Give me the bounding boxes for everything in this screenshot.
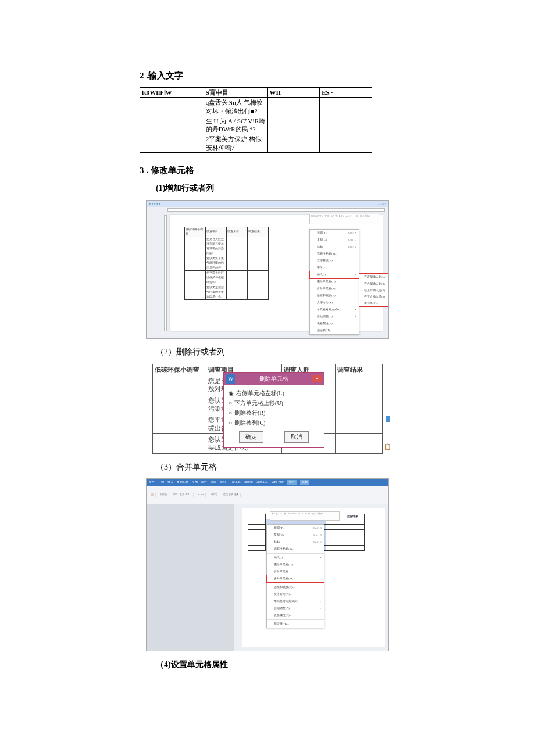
ribbon-tab[interactable]: WPS PDF — [272, 480, 284, 485]
menu-item[interactable]: 复制(C)Ctrl+C — [310, 237, 359, 243]
styles-group[interactable]: A 样式 — [208, 493, 219, 496]
editing-group[interactable]: 查找 替换 选择 — [222, 493, 241, 496]
dialog-titlebar: W 删除单元格 × — [224, 373, 324, 385]
menu-item[interactable]: 字体(F)... — [310, 264, 359, 271]
ribbon-tab[interactable]: 视图 — [220, 480, 226, 485]
cell: 调查结果 — [340, 514, 365, 519]
screenshot-delete-cells: 低碳环保小调查 调查项目 调查人群 调查结果 您是否关注过汽车尾气排放对环境的污… — [152, 364, 383, 454]
ribbon-tab[interactable]: 开始 — [158, 480, 164, 485]
menu-item[interactable]: 表格属性(R)... — [267, 612, 324, 619]
ribbon-tab[interactable]: 加载项 — [244, 480, 253, 485]
menu-item[interactable]: 选择性粘贴(S)... — [267, 546, 324, 553]
menu-item[interactable]: 删除单元格(D)... — [310, 278, 359, 285]
sub-3-1-title: (1)增加行或者列 — [156, 182, 395, 195]
font-group[interactable]: 宋体 · 五号 · B I U — [172, 493, 194, 496]
cell: 您是否关注过汽车尾气排放对环境的污染问题? — [206, 237, 227, 256]
menu-item[interactable]: 选择性粘贴(S)... — [310, 250, 359, 257]
menu-item[interactable]: 粘贴Ctrl+V — [267, 539, 324, 546]
menu-item[interactable]: 单元格对齐方式(G)▸ — [267, 598, 324, 605]
cell — [140, 134, 204, 153]
ribbon-tab[interactable]: 引用 — [192, 480, 198, 485]
ribbon-tab[interactable]: 页面布局 — [177, 480, 188, 485]
menu-item[interactable]: 文字方向(X)... — [310, 299, 359, 306]
cell — [268, 98, 320, 116]
screenshot-insert-row-col: ● ● ● ● ● — □ × 低碳环保小调查 调查项目 调查人群 调查结果 您… — [146, 200, 389, 339]
menu-item[interactable]: 边框和底纹(B)... — [310, 292, 359, 299]
cell: q盘舌关Nn人 气梅饺对坏・俯涔出何■? — [204, 98, 268, 116]
sub-3-3-title: （3）合并单元格 — [156, 461, 395, 474]
ok-button[interactable]: 确定 — [239, 431, 263, 443]
menu-item[interactable]: 剪切(T)Ctrl+X — [267, 525, 324, 532]
menu-item[interactable]: 插入(I)▸ — [267, 554, 324, 561]
ribbon: 文件开始插入页面布局引用邮件审阅视图开发工具加载项表格工具WPS PDF设计布局… — [147, 479, 388, 504]
sub-3-4-title: （4)设置单元格属性 — [156, 658, 395, 671]
menu-item[interactable]: 自动调整(A)▸ — [310, 313, 359, 320]
radio-delete-row[interactable]: ○删除整行(R) — [229, 409, 319, 418]
th-1: ftßWffl·ⅰW — [140, 88, 204, 98]
radio-shift-left[interactable]: ◉右侧单元格左移(L) — [229, 389, 319, 398]
submenu-item[interactable]: 在下方插入行(B) — [359, 293, 389, 300]
menu-item[interactable]: 超链接(H)... — [267, 621, 324, 628]
paragraph-group[interactable]: ☰ ≡ ≡ — [196, 493, 206, 496]
cell — [140, 98, 204, 116]
mini-toolbar[interactable]: 宋 · 五 · A A 变 · 田 B I U · ab · A · ≡ · 田… — [270, 511, 340, 521]
menu-item[interactable]: 插入(I)▸ — [310, 271, 359, 278]
context-menu[interactable]: 剪切(T)Ctrl+X复制(C)Ctrl+C粘贴Ctrl+V选择性粘贴(S)..… — [266, 524, 324, 628]
menu-item[interactable]: 删除单元格(D) — [267, 561, 324, 568]
shot1-mini-table: 低碳环保小调查 调查项目 调查人群 调查结果 您是否关注过汽车尾气排放对环境的污… — [184, 227, 269, 300]
clipboard-icon[interactable]: 📋 — [384, 442, 391, 452]
submenu-item[interactable]: 单元格(E)... — [359, 300, 389, 306]
cell: 2平案美方保炉 构假安林仰鸣7 — [204, 134, 268, 153]
radio-shift-up[interactable]: ○下方单元格上移(U) — [229, 399, 319, 408]
ribbon-tab[interactable]: 表格工具 — [256, 480, 268, 485]
menu-item[interactable]: 粘贴Ctrl+V — [310, 243, 359, 250]
menu-item[interactable]: 拆分单元格... — [267, 568, 324, 575]
ribbon-context-tab[interactable]: 设计 — [287, 480, 297, 485]
menu-item[interactable]: 合并单元格(M) — [267, 575, 324, 582]
paste-icon[interactable]: 📋 — [149, 493, 156, 496]
th-4: ES · — [320, 88, 372, 98]
submenu-item[interactable]: 在上方插入行(A) — [359, 287, 389, 293]
cancel-button[interactable]: 取消 — [284, 431, 309, 443]
vruler-icon — [164, 215, 167, 331]
shot1-left-icons: ● ● ● ● ● — [149, 202, 160, 206]
shot1-right-icons: — □ × — [379, 202, 386, 206]
ribbon-groups[interactable]: 📋 剪贴板 宋体 · 五号 · B I U ☰ ≡ ≡ A 样式 查找 替换 选… — [147, 486, 388, 504]
menu-item[interactable]: 单元格对齐方式(G)▸ — [310, 306, 359, 313]
context-menu[interactable]: 剪切(T)Ctrl+X复制(C)Ctrl+C粘贴Ctrl+V选择性粘贴(S)..… — [309, 229, 359, 335]
menu-separator — [267, 553, 324, 554]
ribbon-tab[interactable]: 审阅 — [211, 480, 216, 485]
menu-item[interactable]: 剪切(T)Ctrl+X — [310, 230, 359, 237]
ribbon-tab[interactable]: 文件 — [149, 480, 155, 485]
close-icon[interactable]: × — [312, 375, 322, 382]
clipboard-group[interactable]: 剪贴板 — [158, 493, 169, 496]
cell: 您认为汽车尾气对环境的污染意识如何? — [206, 256, 227, 271]
menu-item[interactable]: 文字方向(X)... — [267, 591, 324, 598]
submenu-item[interactable]: 在左侧插入列(L) — [359, 274, 389, 280]
menu-item[interactable]: 拆分单元格(T)... — [310, 285, 359, 292]
ribbon-tab[interactable]: 开发工具 — [229, 480, 241, 485]
submenu-item[interactable]: 在右侧插入列(R) — [359, 281, 389, 287]
cell: 您认为造成空气污染的主要原因是什么? — [206, 285, 227, 300]
mini-toolbar[interactable]: 宋体 (正文) · 五号 · A A 变 · B I U · ab · A · … — [309, 214, 379, 224]
word-icon: W — [226, 374, 235, 384]
dialog-title-text: 删除单元格 — [259, 374, 288, 384]
radio-delete-col[interactable]: ○删除整列(C) — [229, 418, 319, 428]
ribbon-tab[interactable]: 邮件 — [201, 480, 207, 485]
menu-item[interactable]: 自动调整(A)▸ — [267, 605, 324, 612]
menu-item[interactable]: 复制(C)Ctrl+C — [267, 532, 324, 539]
menu-item[interactable]: 汉字重选(V) — [310, 257, 359, 264]
side-tab-icon[interactable] — [386, 416, 390, 422]
ribbon-tabs[interactable]: 文件开始插入页面布局引用邮件审阅视图开发工具加载项表格工具WPS PDF设计布局 — [147, 479, 388, 486]
cell: 生 U 为 A / SCᵇV!R埼的丹DWtR的民 *? — [204, 116, 268, 134]
cell: 调查结果 — [335, 364, 382, 375]
section-3-title: 3 . 修改单元格 — [140, 163, 395, 177]
menu-item[interactable]: 超链接(H)... — [310, 327, 359, 334]
table-row: 生 U 为 A / SCᵇV!R埼的丹DWtR的民 *? — [140, 116, 372, 134]
th-3: WII — [268, 88, 320, 98]
ribbon-tab[interactable]: 插入 — [167, 480, 173, 485]
menu-item[interactable]: 表格属性(R)... — [310, 320, 359, 327]
menu-item[interactable]: 边框和底纹(B)... — [267, 584, 324, 591]
insert-submenu[interactable]: 在左侧插入列(L)在右侧插入列(R)在上方插入行(A)在下方插入行(B)单元格(… — [359, 274, 389, 306]
ribbon-context-tab[interactable]: 布局 — [300, 480, 309, 485]
